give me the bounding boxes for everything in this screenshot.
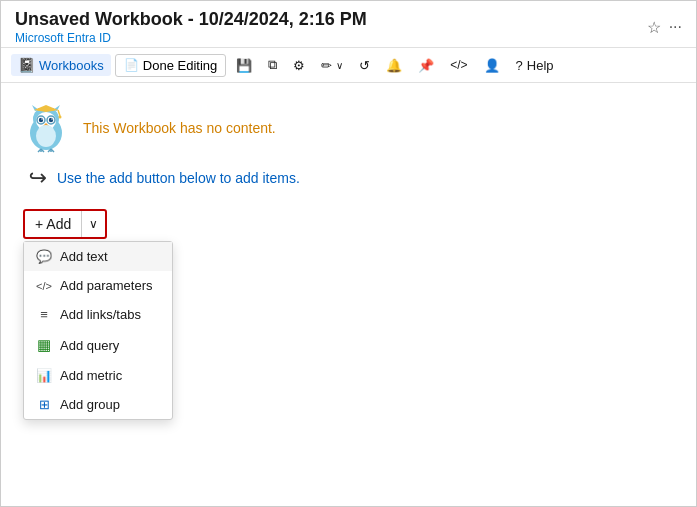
code-icon: </> (450, 58, 467, 72)
title-left: Unsaved Workbook - 10/24/2024, 2:16 PM M… (15, 9, 367, 45)
add-button[interactable]: + Add ∨ (23, 209, 107, 239)
add-button-container: + Add ∨ 💬 Add text </> Add parameters ≡ … (23, 209, 107, 239)
settings-button[interactable]: ⚙ (287, 54, 311, 77)
workbooks-label: Workbooks (39, 58, 104, 73)
notify-button[interactable]: 🔔 (380, 54, 408, 77)
workbooks-icon: 📓 (18, 57, 35, 73)
svg-point-9 (49, 118, 53, 122)
menu-item-add-links-tabs[interactable]: ≡ Add links/tabs (24, 300, 172, 329)
svg-point-10 (51, 118, 52, 119)
hint-message: Use the add button below to add items. (57, 170, 300, 186)
title-subtitle: Microsoft Entra ID (15, 31, 367, 45)
pin-toolbar-button[interactable]: 📌 (412, 54, 440, 77)
share-icon: 👤 (484, 58, 500, 73)
help-button[interactable]: ? Help (510, 54, 560, 77)
toolbar-workbooks-button[interactable]: 📓 Workbooks (11, 54, 111, 76)
add-links-label: Add links/tabs (60, 307, 141, 322)
save-icon: 💾 (236, 58, 252, 73)
undo-button[interactable]: ↺ (353, 54, 376, 77)
add-metric-icon: 📊 (36, 368, 52, 383)
add-links-icon: ≡ (36, 307, 52, 322)
page-title: Unsaved Workbook - 10/24/2024, 2:16 PM (15, 9, 367, 30)
main-content: This Workbook has no content. ↩ Use the … (1, 83, 696, 249)
help-label: Help (527, 58, 554, 73)
menu-item-add-metric[interactable]: 📊 Add metric (24, 361, 172, 390)
pin-icon[interactable]: ☆ (647, 18, 661, 37)
edit-button[interactable]: ✏ ∨ (315, 54, 349, 77)
save-button[interactable]: 💾 (230, 54, 258, 77)
done-editing-label: Done Editing (143, 58, 217, 73)
add-metric-label: Add metric (60, 368, 122, 383)
svg-point-6 (39, 118, 43, 122)
add-chevron-icon[interactable]: ∨ (82, 212, 105, 236)
arrow-icon: ↩ (29, 165, 47, 191)
edit-chevron-icon: ∨ (336, 60, 343, 71)
done-editing-button[interactable]: 📄 Done Editing (115, 54, 226, 77)
pin-toolbar-icon: 📌 (418, 58, 434, 73)
code-button[interactable]: </> (444, 54, 473, 76)
add-group-label: Add group (60, 397, 120, 412)
add-main-label[interactable]: + Add (25, 211, 82, 237)
gear-icon: ⚙ (293, 58, 305, 73)
no-content-row: This Workbook has no content. (21, 103, 676, 153)
menu-item-add-text[interactable]: 💬 Add text (24, 242, 172, 271)
done-editing-icon: 📄 (124, 58, 139, 72)
title-bar: Unsaved Workbook - 10/24/2024, 2:16 PM M… (1, 1, 696, 48)
add-query-label: Add query (60, 338, 119, 353)
add-text-label: Add text (60, 249, 108, 264)
share-button[interactable]: 👤 (478, 54, 506, 77)
add-text-icon: 💬 (36, 249, 52, 264)
add-dropdown-menu: 💬 Add text </> Add parameters ≡ Add link… (23, 241, 173, 420)
owl-icon (21, 103, 71, 153)
add-group-icon: ⊞ (36, 397, 52, 412)
hint-row: ↩ Use the add button below to add items. (29, 165, 676, 191)
svg-point-22 (59, 116, 62, 119)
menu-item-add-group[interactable]: ⊞ Add group (24, 390, 172, 419)
toolbar: 📓 Workbooks 📄 Done Editing 💾 ⧉ ⚙ ✏ ∨ ↺ 🔔… (1, 48, 696, 83)
title-icons: ☆ ··· (647, 18, 682, 37)
copy-icon: ⧉ (268, 57, 277, 73)
more-icon[interactable]: ··· (669, 18, 682, 36)
svg-line-21 (58, 110, 60, 116)
svg-point-12 (36, 125, 56, 147)
menu-item-add-parameters[interactable]: </> Add parameters (24, 271, 172, 300)
add-parameters-icon: </> (36, 280, 52, 292)
bell-icon: 🔔 (386, 58, 402, 73)
add-query-icon: ▦ (36, 336, 52, 354)
copy-button[interactable]: ⧉ (262, 53, 283, 77)
no-content-message: This Workbook has no content. (83, 120, 276, 136)
title-text: Unsaved Workbook - 10/24/2024, 2:16 PM (15, 9, 367, 30)
help-icon: ? (516, 58, 523, 73)
add-parameters-label: Add parameters (60, 278, 153, 293)
menu-item-add-query[interactable]: ▦ Add query (24, 329, 172, 361)
undo-icon: ↺ (359, 58, 370, 73)
pencil-icon: ✏ (321, 58, 332, 73)
svg-point-7 (41, 118, 42, 119)
